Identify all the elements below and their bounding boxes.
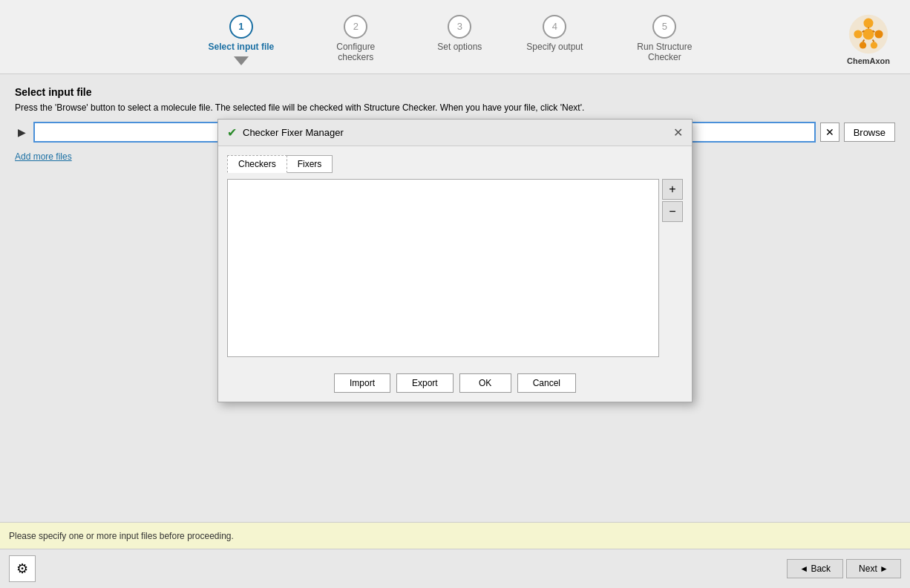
step-label-5: Run Structure Checker [627,42,701,62]
modal-titlebar: ✔ Checker Fixer Manager ✕ [218,120,692,146]
ok-button[interactable]: OK [459,373,511,393]
svg-point-1 [863,19,873,28]
wizard-step-2[interactable]: 2 Configure checkers [318,15,393,62]
navigation-buttons: ◄ Back Next ► [787,559,901,578]
settings-button[interactable]: ⚙ [9,555,36,582]
step-label-3: Set options [437,42,482,52]
back-button[interactable]: ◄ Back [787,559,843,578]
import-button[interactable]: Import [334,373,390,393]
modal-close-button[interactable]: ✕ [673,127,683,139]
logo-text: ChemAxon [847,56,890,65]
wizard-steps: 1 Select input file 2 Configure checkers… [0,9,910,65]
status-message: Please specify one or more input files b… [9,531,234,541]
gear-icon: ⚙ [16,561,28,577]
svg-point-3 [871,42,877,48]
wizard-step-1[interactable]: 1 Select input file [209,15,275,65]
next-label: Next ► [859,564,888,574]
checker-icon: ✔ [227,125,237,140]
step-circle-5: 5 [652,15,676,39]
remove-checker-button[interactable]: − [662,201,683,222]
step-circle-1: 1 [229,15,253,39]
modal-footer: Import Export OK Cancel [218,366,692,402]
step-circle-3: 3 [448,15,471,39]
add-checker-button[interactable]: + [662,179,683,200]
main-content: Select input file Press the 'Browse' but… [0,74,910,522]
step-label-2: Configure checkers [318,42,393,62]
svg-point-6 [863,29,874,40]
status-bar: Please specify one or more input files b… [0,522,910,549]
modal-title-content: ✔ Checker Fixer Manager [227,125,344,140]
step-label-4: Specify output [526,42,583,52]
back-label: ◄ Back [799,564,831,574]
svg-point-4 [860,42,866,48]
modal-body: Checkers Fixers + − [218,146,692,366]
wizard-step-4[interactable]: 4 Specify output [526,15,583,52]
step-label-1: Select input file [209,42,275,52]
tab-bar: Checkers Fixers [227,155,683,173]
svg-point-5 [854,30,862,38]
step-arrow-1 [234,56,249,65]
checkers-controls: + − [662,179,683,357]
step-circle-4: 4 [543,15,566,39]
svg-point-2 [874,30,883,38]
modal-overlay: ✔ Checker Fixer Manager ✕ Checkers Fixer… [0,74,910,522]
chemaxon-logo-icon [848,13,889,55]
chemaxon-logo: ChemAxon [839,6,898,65]
checkers-list[interactable] [227,179,659,357]
wizard-header: 1 Select input file 2 Configure checkers… [0,0,910,74]
modal-dialog: ✔ Checker Fixer Manager ✕ Checkers Fixer… [217,119,693,402]
next-button[interactable]: Next ► [846,559,901,578]
step-circle-2: 2 [344,15,367,39]
tab-fixers[interactable]: Fixers [287,155,333,173]
cancel-button[interactable]: Cancel [517,373,576,393]
wizard-step-5[interactable]: 5 Run Structure Checker [627,15,701,62]
checkers-area: + − [227,179,683,357]
footer-buttons: ⚙ ◄ Back Next ► [0,549,910,588]
export-button[interactable]: Export [396,373,454,393]
modal-title-text: Checker Fixer Manager [243,127,344,138]
wizard-step-3[interactable]: 3 Set options [437,15,482,52]
tab-checkers[interactable]: Checkers [227,155,287,173]
